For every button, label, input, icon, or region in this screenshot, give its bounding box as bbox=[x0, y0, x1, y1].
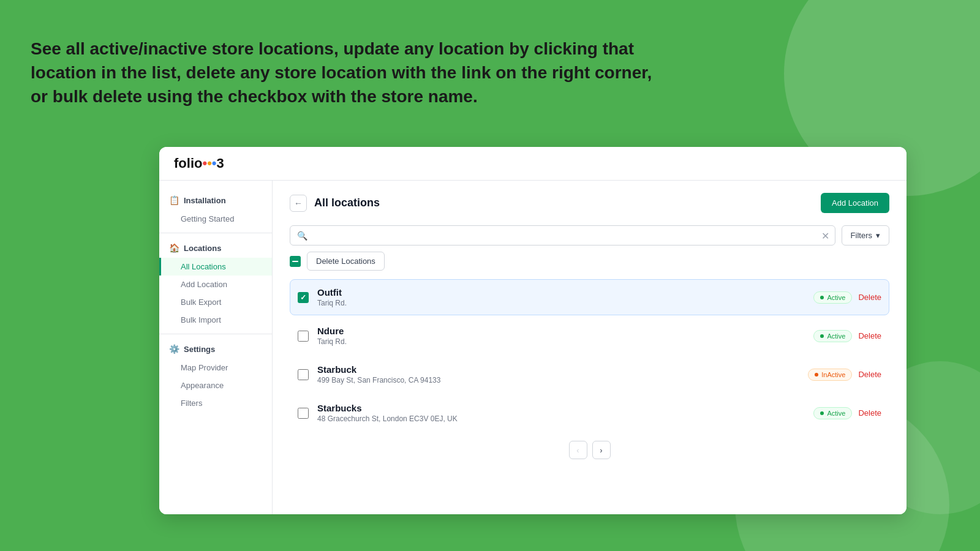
status-badge-starbucks: Active bbox=[813, 407, 852, 419]
location-address-outfit: Tariq Rd. bbox=[317, 299, 813, 307]
sidebar-section-installation: 📋 Installation bbox=[159, 190, 272, 210]
location-checkbox-ndure[interactable] bbox=[298, 331, 309, 342]
pagination-prev-button[interactable]: ‹ bbox=[569, 441, 587, 459]
bulk-actions-row: Delete Locations bbox=[290, 252, 889, 271]
header-instruction-text: See all active/inactive store locations,… bbox=[31, 37, 704, 109]
sidebar-item-bulk-import[interactable]: Bulk Import bbox=[159, 311, 272, 329]
sidebar-section-locations-label: Locations bbox=[184, 244, 221, 253]
location-actions-starbucks: Active Delete bbox=[813, 407, 881, 419]
filters-chevron-icon: ▾ bbox=[876, 231, 880, 240]
locations-icon: 🏠 bbox=[169, 243, 179, 253]
delete-link-ndure[interactable]: Delete bbox=[858, 331, 881, 340]
delete-link-outfit[interactable]: Delete bbox=[858, 293, 881, 302]
search-clear-icon[interactable]: ✕ bbox=[821, 230, 829, 241]
delete-link-starbuck[interactable]: Delete bbox=[858, 370, 881, 379]
filters-button[interactable]: Filters ▾ bbox=[842, 225, 889, 246]
back-arrow-icon: ← bbox=[294, 198, 303, 208]
sidebar-item-map-provider[interactable]: Map Provider bbox=[159, 359, 272, 377]
logo-dot2: • bbox=[207, 156, 212, 171]
app-window: folio•••3 📋 Installation Getting Started… bbox=[159, 147, 907, 514]
location-address-ndure: Tariq Rd. bbox=[317, 337, 813, 346]
location-checkbox-starbuck[interactable] bbox=[298, 369, 309, 380]
search-filter-row: 🔍 ✕ Filters ▾ bbox=[290, 225, 889, 246]
status-dot-starbucks bbox=[820, 411, 824, 415]
location-info-outfit: Outfit Tariq Rd. bbox=[317, 287, 813, 307]
location-name-starbuck: Starbuck bbox=[317, 364, 808, 375]
location-info-starbucks: Starbucks 48 Gracechurch St, London EC3V… bbox=[317, 403, 813, 423]
sidebar-section-settings-label: Settings bbox=[184, 345, 215, 354]
pagination-next-button[interactable]: › bbox=[592, 441, 611, 459]
sidebar-item-all-locations[interactable]: All Locations bbox=[159, 258, 272, 276]
search-input[interactable] bbox=[290, 225, 835, 246]
location-checkbox-outfit[interactable] bbox=[298, 292, 309, 303]
location-item-starbuck[interactable]: Starbuck 499 Bay St, San Francisco, CA 9… bbox=[290, 356, 889, 392]
add-location-button[interactable]: Add Location bbox=[821, 193, 889, 213]
search-icon: 🔍 bbox=[297, 231, 307, 241]
location-item-starbucks[interactable]: Starbucks 48 Gracechurch St, London EC3V… bbox=[290, 395, 889, 431]
status-dot-ndure bbox=[820, 334, 824, 338]
sidebar-divider-1 bbox=[159, 233, 272, 233]
delete-locations-button[interactable]: Delete Locations bbox=[307, 252, 385, 271]
location-info-ndure: Ndure Tariq Rd. bbox=[317, 326, 813, 346]
location-name-starbucks: Starbucks bbox=[317, 403, 813, 413]
logo-dot3: • bbox=[212, 156, 217, 171]
app-header: folio•••3 bbox=[159, 147, 907, 181]
sidebar-item-filters[interactable]: Filters bbox=[159, 394, 272, 412]
location-list: Outfit Tariq Rd. Active Delete bbox=[290, 279, 889, 431]
location-name-ndure: Ndure bbox=[317, 326, 813, 336]
logo-folio: folio bbox=[174, 156, 202, 171]
status-dot-outfit bbox=[820, 296, 824, 299]
status-dot-starbuck bbox=[815, 373, 818, 377]
page-header: ← All locations Add Location bbox=[290, 193, 889, 213]
status-badge-starbuck: InActive bbox=[808, 369, 852, 381]
logo-dot1: • bbox=[202, 156, 207, 171]
sidebar-divider-2 bbox=[159, 334, 272, 334]
location-actions-outfit: Active Delete bbox=[813, 291, 881, 304]
search-wrapper: 🔍 ✕ bbox=[290, 225, 835, 246]
logo-number: 3 bbox=[217, 156, 224, 171]
installation-icon: 📋 bbox=[169, 195, 179, 205]
sidebar-section-settings: ⚙️ Settings bbox=[159, 339, 272, 359]
sidebar: 📋 Installation Getting Started 🏠 Locatio… bbox=[159, 181, 273, 514]
page-title: All locations bbox=[314, 197, 380, 209]
location-info-starbuck: Starbuck 499 Bay St, San Francisco, CA 9… bbox=[317, 364, 808, 384]
location-name-outfit: Outfit bbox=[317, 287, 813, 298]
app-body: 📋 Installation Getting Started 🏠 Locatio… bbox=[159, 181, 907, 514]
status-badge-ndure: Active bbox=[813, 330, 852, 342]
pagination-row: ‹ › bbox=[290, 441, 889, 459]
page-title-row: ← All locations bbox=[290, 195, 380, 212]
location-item-outfit[interactable]: Outfit Tariq Rd. Active Delete bbox=[290, 279, 889, 315]
location-checkbox-starbucks[interactable] bbox=[298, 408, 309, 419]
sidebar-item-add-location[interactable]: Add Location bbox=[159, 276, 272, 293]
sidebar-section-locations: 🏠 Locations bbox=[159, 238, 272, 258]
back-button[interactable]: ← bbox=[290, 195, 307, 212]
sidebar-section-installation-label: Installation bbox=[184, 196, 226, 205]
location-item-ndure[interactable]: Ndure Tariq Rd. Active Delete bbox=[290, 318, 889, 354]
delete-link-starbucks[interactable]: Delete bbox=[858, 408, 881, 418]
logo: folio•••3 bbox=[174, 156, 224, 171]
sidebar-item-getting-started[interactable]: Getting Started bbox=[159, 210, 272, 228]
filters-label: Filters bbox=[851, 231, 872, 240]
sidebar-item-bulk-export[interactable]: Bulk Export bbox=[159, 293, 272, 311]
location-address-starbuck: 499 Bay St, San Francisco, CA 94133 bbox=[317, 376, 808, 384]
location-address-starbucks: 48 Gracechurch St, London EC3V 0EJ, UK bbox=[317, 414, 813, 423]
location-actions-ndure: Active Delete bbox=[813, 330, 881, 342]
settings-icon: ⚙️ bbox=[169, 344, 179, 354]
location-actions-starbuck: InActive Delete bbox=[808, 369, 881, 381]
status-badge-outfit: Active bbox=[813, 291, 852, 304]
bulk-select-checkbox[interactable] bbox=[290, 256, 301, 267]
main-content: ← All locations Add Location 🔍 ✕ Filters… bbox=[273, 181, 907, 514]
sidebar-item-appearance[interactable]: Appearance bbox=[159, 377, 272, 394]
